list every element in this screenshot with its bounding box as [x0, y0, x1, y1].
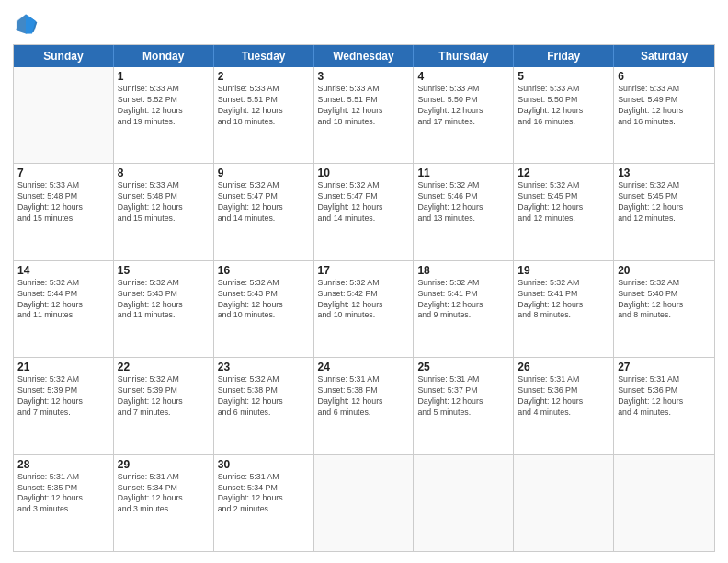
cell-info: Sunrise: 5:32 AM Sunset: 5:41 PM Dayligh…	[518, 278, 609, 322]
calendar-cell: 5Sunrise: 5:33 AM Sunset: 5:50 PM Daylig…	[514, 67, 614, 163]
day-number: 11	[417, 167, 509, 179]
calendar-cell: 16Sunrise: 5:32 AM Sunset: 5:43 PM Dayli…	[214, 261, 314, 357]
calendar-cell: 12Sunrise: 5:32 AM Sunset: 5:45 PM Dayli…	[514, 164, 614, 259]
cell-info: Sunrise: 5:32 AM Sunset: 5:43 PM Dayligh…	[218, 278, 310, 322]
cell-info: Sunrise: 5:32 AM Sunset: 5:42 PM Dayligh…	[318, 278, 410, 322]
calendar-cell	[314, 455, 415, 551]
calendar-cell: 10Sunrise: 5:32 AM Sunset: 5:47 PM Dayli…	[314, 164, 415, 259]
calendar-cell: 8Sunrise: 5:33 AM Sunset: 5:48 PM Daylig…	[114, 164, 214, 259]
day-number: 6	[618, 70, 711, 83]
cell-info: Sunrise: 5:32 AM Sunset: 5:47 PM Dayligh…	[318, 180, 410, 224]
calendar-cell: 6Sunrise: 5:33 AM Sunset: 5:49 PM Daylig…	[614, 67, 714, 163]
day-number: 4	[417, 70, 509, 83]
calendar-row-1: 1Sunrise: 5:33 AM Sunset: 5:52 PM Daylig…	[14, 67, 714, 163]
header	[13, 11, 715, 37]
cell-info: Sunrise: 5:31 AM Sunset: 5:37 PM Dayligh…	[417, 374, 509, 419]
day-number: 13	[618, 167, 711, 179]
calendar-cell: 7Sunrise: 5:33 AM Sunset: 5:48 PM Daylig…	[14, 164, 114, 259]
day-number: 18	[417, 264, 509, 277]
logo	[13, 11, 42, 37]
day-number: 8	[118, 167, 210, 179]
day-number: 27	[618, 361, 711, 373]
weekday-header-monday: Monday	[114, 45, 214, 67]
day-number: 23	[218, 361, 310, 373]
day-number: 24	[318, 361, 410, 373]
day-number: 22	[118, 361, 210, 373]
calendar-cell: 4Sunrise: 5:33 AM Sunset: 5:50 PM Daylig…	[414, 67, 514, 163]
calendar-cell: 23Sunrise: 5:32 AM Sunset: 5:38 PM Dayli…	[214, 358, 314, 454]
cell-info: Sunrise: 5:32 AM Sunset: 5:47 PM Dayligh…	[218, 180, 310, 224]
calendar-cell: 21Sunrise: 5:32 AM Sunset: 5:39 PM Dayli…	[14, 358, 114, 454]
day-number: 10	[318, 167, 410, 179]
cell-info: Sunrise: 5:32 AM Sunset: 5:38 PM Dayligh…	[218, 374, 310, 419]
cell-info: Sunrise: 5:32 AM Sunset: 5:46 PM Dayligh…	[417, 180, 509, 224]
day-number: 20	[618, 264, 711, 277]
calendar-cell: 22Sunrise: 5:32 AM Sunset: 5:39 PM Dayli…	[114, 358, 214, 454]
calendar-cell: 25Sunrise: 5:31 AM Sunset: 5:37 PM Dayli…	[414, 358, 514, 454]
cell-info: Sunrise: 5:31 AM Sunset: 5:35 PM Dayligh…	[17, 472, 109, 516]
weekday-header-wednesday: Wednesday	[314, 45, 415, 67]
day-number: 3	[318, 70, 410, 83]
day-number: 26	[518, 361, 609, 373]
calendar-cell: 9Sunrise: 5:32 AM Sunset: 5:47 PM Daylig…	[214, 164, 314, 259]
logo-icon	[13, 11, 39, 37]
calendar-body: 1Sunrise: 5:33 AM Sunset: 5:52 PM Daylig…	[14, 67, 714, 551]
weekday-header-saturday: Saturday	[614, 45, 714, 67]
cell-info: Sunrise: 5:32 AM Sunset: 5:44 PM Dayligh…	[17, 278, 109, 322]
calendar-row-2: 7Sunrise: 5:33 AM Sunset: 5:48 PM Daylig…	[14, 163, 714, 259]
calendar-cell: 30Sunrise: 5:31 AM Sunset: 5:34 PM Dayli…	[214, 455, 314, 551]
calendar-cell: 2Sunrise: 5:33 AM Sunset: 5:51 PM Daylig…	[214, 67, 314, 163]
cell-info: Sunrise: 5:32 AM Sunset: 5:45 PM Dayligh…	[518, 180, 609, 224]
day-number: 21	[17, 361, 109, 373]
day-number: 16	[218, 264, 310, 277]
calendar-cell	[14, 67, 114, 163]
day-number: 15	[118, 264, 210, 277]
calendar-cell: 3Sunrise: 5:33 AM Sunset: 5:51 PM Daylig…	[314, 67, 415, 163]
cell-info: Sunrise: 5:32 AM Sunset: 5:43 PM Dayligh…	[118, 278, 210, 322]
cell-info: Sunrise: 5:33 AM Sunset: 5:51 PM Dayligh…	[218, 84, 310, 128]
cell-info: Sunrise: 5:33 AM Sunset: 5:48 PM Dayligh…	[118, 180, 210, 224]
day-number: 7	[17, 167, 109, 179]
day-number: 14	[17, 264, 109, 277]
day-number: 19	[518, 264, 609, 277]
cell-info: Sunrise: 5:33 AM Sunset: 5:50 PM Dayligh…	[417, 84, 509, 128]
cell-info: Sunrise: 5:32 AM Sunset: 5:41 PM Dayligh…	[417, 278, 509, 322]
calendar-row-4: 21Sunrise: 5:32 AM Sunset: 5:39 PM Dayli…	[14, 357, 714, 454]
weekday-header-friday: Friday	[514, 45, 614, 67]
day-number: 9	[218, 167, 310, 179]
calendar-cell: 27Sunrise: 5:31 AM Sunset: 5:36 PM Dayli…	[614, 358, 714, 454]
calendar-row-3: 14Sunrise: 5:32 AM Sunset: 5:44 PM Dayli…	[14, 260, 714, 357]
day-number: 2	[218, 70, 310, 83]
cell-info: Sunrise: 5:33 AM Sunset: 5:48 PM Dayligh…	[17, 180, 109, 224]
cell-info: Sunrise: 5:32 AM Sunset: 5:45 PM Dayligh…	[618, 180, 711, 224]
calendar-cell: 15Sunrise: 5:32 AM Sunset: 5:43 PM Dayli…	[114, 261, 214, 357]
page: SundayMondayTuesdayWednesdayThursdayFrid…	[0, 0, 728, 563]
cell-info: Sunrise: 5:31 AM Sunset: 5:36 PM Dayligh…	[618, 374, 711, 419]
calendar-header: SundayMondayTuesdayWednesdayThursdayFrid…	[14, 45, 714, 67]
calendar-cell: 18Sunrise: 5:32 AM Sunset: 5:41 PM Dayli…	[414, 261, 514, 357]
cell-info: Sunrise: 5:32 AM Sunset: 5:39 PM Dayligh…	[118, 374, 210, 419]
day-number: 1	[118, 70, 210, 83]
cell-info: Sunrise: 5:33 AM Sunset: 5:50 PM Dayligh…	[518, 84, 609, 128]
calendar: SundayMondayTuesdayWednesdayThursdayFrid…	[13, 44, 715, 552]
day-number: 17	[318, 264, 410, 277]
weekday-header-tuesday: Tuesday	[214, 45, 314, 67]
calendar-cell: 26Sunrise: 5:31 AM Sunset: 5:36 PM Dayli…	[514, 358, 614, 454]
weekday-header-sunday: Sunday	[14, 45, 114, 67]
cell-info: Sunrise: 5:33 AM Sunset: 5:52 PM Dayligh…	[118, 84, 210, 128]
cell-info: Sunrise: 5:31 AM Sunset: 5:34 PM Dayligh…	[118, 472, 210, 516]
cell-info: Sunrise: 5:32 AM Sunset: 5:39 PM Dayligh…	[17, 374, 109, 419]
day-number: 25	[417, 361, 509, 373]
calendar-cell: 14Sunrise: 5:32 AM Sunset: 5:44 PM Dayli…	[14, 261, 114, 357]
calendar-cell	[514, 455, 614, 551]
calendar-cell: 28Sunrise: 5:31 AM Sunset: 5:35 PM Dayli…	[14, 455, 114, 551]
cell-info: Sunrise: 5:33 AM Sunset: 5:49 PM Dayligh…	[618, 84, 711, 128]
calendar-cell: 17Sunrise: 5:32 AM Sunset: 5:42 PM Dayli…	[314, 261, 415, 357]
day-number: 5	[518, 70, 609, 83]
day-number: 29	[118, 458, 210, 471]
calendar-cell: 13Sunrise: 5:32 AM Sunset: 5:45 PM Dayli…	[614, 164, 714, 259]
calendar-cell: 24Sunrise: 5:31 AM Sunset: 5:38 PM Dayli…	[314, 358, 415, 454]
day-number: 28	[17, 458, 109, 471]
calendar-cell: 11Sunrise: 5:32 AM Sunset: 5:46 PM Dayli…	[414, 164, 514, 259]
calendar-cell: 1Sunrise: 5:33 AM Sunset: 5:52 PM Daylig…	[114, 67, 214, 163]
